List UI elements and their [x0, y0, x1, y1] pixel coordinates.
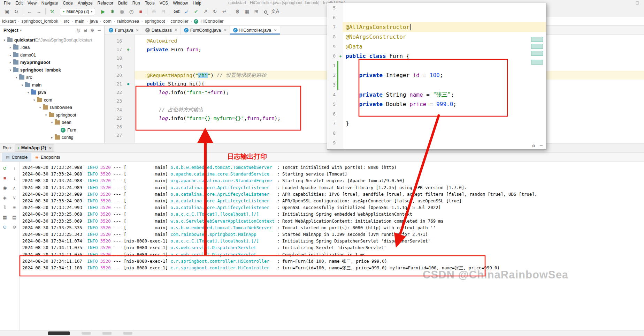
expand-icon[interactable]: ▾	[49, 121, 54, 124]
profiler-icon[interactable]: ◷	[127, 9, 136, 14]
menu-view[interactable]: View	[25, 1, 39, 6]
locate-icon[interactable]: ◎	[76, 28, 80, 33]
grid-icon[interactable]: ▦	[1, 214, 8, 221]
expand-icon[interactable]: ▾	[26, 91, 31, 94]
menu-analyze[interactable]: Analyze	[75, 1, 95, 6]
breadcrumb-item-src[interactable]: src	[63, 19, 70, 24]
close-icon[interactable]: ×	[224, 28, 227, 33]
menu-edit[interactable]: Edit	[13, 1, 25, 6]
tree-item-idea[interactable]: ▸.idea	[0, 44, 104, 52]
tree-item-main[interactable]: ▾main	[0, 81, 104, 89]
save-icon[interactable]: ▣	[2, 9, 12, 14]
menu-window[interactable]: Window	[170, 1, 190, 6]
tree-item-config[interactable]: ▸config	[0, 134, 104, 142]
popup-gear-icon[interactable]: ⚙	[532, 143, 535, 148]
project-tree[interactable]: ▾quickstart E:\Java\SpringBoot\quickstar…	[0, 35, 104, 143]
tree-item-bean[interactable]: ▾bean	[0, 119, 104, 127]
tree-item-Furn[interactable]: CFurn	[0, 126, 104, 134]
stop-icon[interactable]: ■	[136, 9, 145, 14]
breadcrumb-item-springboot[interactable]: springboot	[144, 19, 166, 24]
menu-code[interactable]: Code	[60, 1, 75, 6]
git-rollback-icon[interactable]: ↩	[220, 9, 229, 14]
tab-console[interactable]: ▤Console	[2, 153, 31, 162]
rerun-icon[interactable]: ↺	[1, 165, 8, 172]
sync-icon[interactable]: ↻	[12, 9, 21, 14]
tree-item-src[interactable]: ▾src	[0, 74, 104, 82]
breadcrumb-item-java[interactable]: java	[89, 19, 99, 24]
breadcrumb-item-HiController[interactable]: HiController	[200, 19, 224, 24]
dump-icon[interactable]: ⊟	[159, 9, 168, 14]
expand-icon[interactable]: ▸	[8, 46, 13, 49]
tab-endpoints[interactable]: ◉Endpoints	[31, 153, 64, 162]
breadcrumb-item-ickstart[interactable]: ickstart	[1, 19, 17, 24]
tree-item-springboot[interactable]: ▾springboot	[0, 111, 104, 119]
furn-popup-editor[interactable]: 567@AllArgsConstructor8@NoArgsConstructo…	[327, 3, 546, 150]
window-controls-icon[interactable]: ▢	[636, 0, 639, 5]
expand-icon[interactable]: ▾	[32, 98, 37, 102]
tree-item-java[interactable]: ▾java	[0, 89, 104, 97]
tree-item-springboot_lombok[interactable]: ▾springboot_lombok	[0, 66, 104, 74]
tree-item-rainbowsea[interactable]: ▾rainbowsea	[0, 104, 104, 112]
coverage-icon[interactable]: ◈	[1, 194, 8, 201]
soft-wrap-icon[interactable]: ≡	[11, 204, 18, 211]
bean-gutter-icon[interactable]: ●	[338, 54, 343, 58]
stop-icon[interactable]: ■	[1, 174, 8, 181]
menu-file[interactable]: File	[1, 1, 13, 6]
mapping-gutter-icon[interactable]: ●	[122, 82, 135, 86]
chevron-down-icon[interactable]: ▾	[20, 29, 22, 32]
print-icon[interactable]: ▤	[11, 214, 18, 221]
menu-navigate[interactable]: Navigate	[39, 1, 60, 6]
expand-icon[interactable]: ▾	[38, 106, 43, 109]
tab-Furn-java[interactable]: CFurn.java×	[106, 26, 142, 35]
tab-FurnConfig-java[interactable]: CFurnConfig.java×	[181, 26, 230, 35]
settings-wrench-icon[interactable]: ⚙	[233, 9, 242, 14]
close-icon[interactable]: ×	[136, 28, 139, 33]
expand-icon[interactable]: ▾	[14, 76, 19, 79]
expand-icon[interactable]: ▾	[2, 38, 7, 42]
up-icon[interactable]: ↑	[11, 165, 18, 172]
camera-icon[interactable]: ◉	[1, 184, 8, 191]
menu-refactor[interactable]: Refactor	[95, 1, 116, 6]
collapse-all-icon[interactable]: ∨	[11, 194, 18, 201]
structure-icon[interactable]: ▦	[242, 9, 252, 14]
git-commit-icon[interactable]: ✔	[191, 9, 201, 14]
coverage-icon[interactable]: ◎	[117, 9, 127, 14]
menu-vcs[interactable]: VCS	[157, 1, 171, 6]
expand-icon[interactable]: ▾	[8, 68, 13, 72]
clear-icon[interactable]: ⊘	[11, 223, 18, 230]
console-output[interactable]: 2024-08-30 17:33:24.988 INFO 3520 --- [m…	[20, 162, 644, 330]
expand-icon[interactable]: ▸	[8, 53, 13, 57]
expand-all-icon[interactable]: ∧	[11, 184, 18, 191]
expand-icon[interactable]: ▸	[8, 61, 13, 64]
expand-icon[interactable]: ▾	[44, 113, 48, 117]
popup-hide-icon[interactable]: ─	[540, 143, 543, 148]
git-update-icon[interactable]: ↙	[182, 9, 191, 14]
pin-icon[interactable]: ⊙	[1, 223, 8, 230]
gear-icon[interactable]: ⚙	[91, 28, 94, 33]
menu-tools[interactable]: Tools	[143, 1, 157, 6]
expand-icon[interactable]: ▸	[49, 136, 54, 139]
menu-build[interactable]: Build	[116, 1, 130, 6]
breadcrumb-item-springboot_lombok[interactable]: springboot_lombok	[21, 19, 59, 24]
breadcrumb-item-com[interactable]: com	[102, 19, 112, 24]
search-icon[interactable]	[261, 9, 270, 14]
git-push-icon[interactable]: ↗	[201, 9, 210, 14]
hide-panel-icon[interactable]: ─	[98, 28, 101, 33]
window-icon[interactable]: ⊞	[252, 9, 261, 14]
tree-item-demo01[interactable]: ▸demo01	[0, 51, 104, 59]
attach-icon[interactable]: ⊕	[149, 9, 159, 14]
menu-help[interactable]: Help	[190, 1, 204, 6]
translate-icon[interactable]: 文A	[270, 8, 280, 15]
collapse-all-icon[interactable]: ⊟	[84, 28, 87, 33]
run-config-combo[interactable]: ●MainApp (2)▾	[60, 8, 95, 15]
down-icon[interactable]: ↓	[11, 174, 18, 181]
tree-item-com[interactable]: ▾com	[0, 96, 104, 104]
close-icon[interactable]: ×	[274, 28, 277, 33]
tree-item-quickstart[interactable]: ▾quickstart E:\Java\SpringBoot\quickstar…	[0, 36, 104, 44]
run-icon[interactable]: ▶	[98, 9, 108, 14]
bean-gutter-icon[interactable]: ●	[122, 47, 135, 51]
run-tab[interactable]: ● MainApp (2) ×	[15, 144, 54, 152]
forward-icon[interactable]: →	[34, 9, 44, 14]
git-history-icon[interactable]: ↻	[210, 9, 220, 14]
import-icon[interactable]: ⇩	[1, 204, 8, 211]
